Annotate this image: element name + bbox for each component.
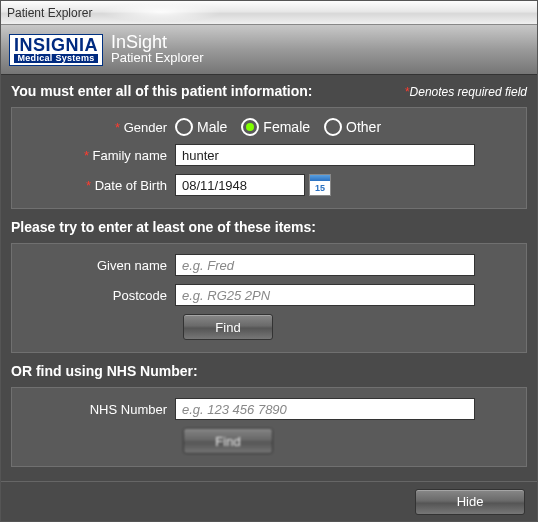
required-note-text: Denotes required field xyxy=(410,85,527,99)
dob-row: * Date of Birth 15 xyxy=(20,174,518,196)
dob-label: * Date of Birth xyxy=(20,178,175,193)
nhs-heading: OR find using NHS Number: xyxy=(11,363,527,379)
gender-male[interactable]: Male xyxy=(175,118,227,136)
form-body: You must enter all of this patient infor… xyxy=(1,75,537,481)
titlebar: Patient Explorer xyxy=(1,1,537,25)
calendar-day: 15 xyxy=(310,181,330,195)
find-nhs-button[interactable]: Find xyxy=(183,428,273,454)
postcode-input[interactable] xyxy=(175,284,475,306)
given-name-input[interactable] xyxy=(175,254,475,276)
radio-icon xyxy=(175,118,193,136)
gender-other[interactable]: Other xyxy=(324,118,381,136)
nhs-row: NHS Number xyxy=(20,398,518,420)
find-button[interactable]: Find xyxy=(183,314,273,340)
window-title: Patient Explorer xyxy=(7,6,92,20)
nhs-panel: NHS Number Find xyxy=(11,387,527,467)
required-heading: You must enter all of this patient infor… xyxy=(11,83,313,99)
hide-button[interactable]: Hide xyxy=(415,489,525,515)
gender-other-label: Other xyxy=(346,119,381,135)
required-note: *Denotes required field xyxy=(405,85,527,99)
footer: Hide xyxy=(1,481,537,521)
nhs-input[interactable] xyxy=(175,398,475,420)
required-row: You must enter all of this patient infor… xyxy=(11,83,527,99)
given-name-row: Given name xyxy=(20,254,518,276)
gender-group: Male Female Other xyxy=(175,118,518,136)
gender-male-label: Male xyxy=(197,119,227,135)
radio-icon xyxy=(324,118,342,136)
app-titles: InSight Patient Explorer xyxy=(111,33,204,65)
gender-female[interactable]: Female xyxy=(241,118,310,136)
optional-heading: Please try to enter at least one of thes… xyxy=(11,219,527,235)
family-name-row: * Family name xyxy=(20,144,518,166)
gender-female-label: Female xyxy=(263,119,310,135)
nhs-label: NHS Number xyxy=(20,402,175,417)
dob-input[interactable] xyxy=(175,174,305,196)
logo-line1: INSIGNIA xyxy=(14,36,98,54)
given-name-label: Given name xyxy=(20,258,175,273)
insignia-logo: INSIGNIA Medical Systems xyxy=(9,34,103,66)
header: INSIGNIA Medical Systems InSight Patient… xyxy=(1,25,537,75)
app-name: InSight xyxy=(111,33,204,51)
gender-row: * Gender Male Female Other xyxy=(20,118,518,136)
postcode-row: Postcode xyxy=(20,284,518,306)
required-panel: * Gender Male Female Other xyxy=(11,107,527,209)
logo-line2: Medical Systems xyxy=(14,54,98,63)
postcode-label: Postcode xyxy=(20,288,175,303)
app-subtitle: Patient Explorer xyxy=(111,51,204,65)
optional-panel: Given name Postcode Find xyxy=(11,243,527,353)
radio-icon xyxy=(241,118,259,136)
patient-explorer-window: Patient Explorer INSIGNIA Medical System… xyxy=(0,0,538,522)
family-name-input[interactable] xyxy=(175,144,475,166)
family-name-label: * Family name xyxy=(20,148,175,163)
find2-row: Find xyxy=(20,428,518,454)
gender-label: * Gender xyxy=(20,120,175,135)
calendar-button[interactable]: 15 xyxy=(309,174,331,196)
find1-row: Find xyxy=(20,314,518,340)
